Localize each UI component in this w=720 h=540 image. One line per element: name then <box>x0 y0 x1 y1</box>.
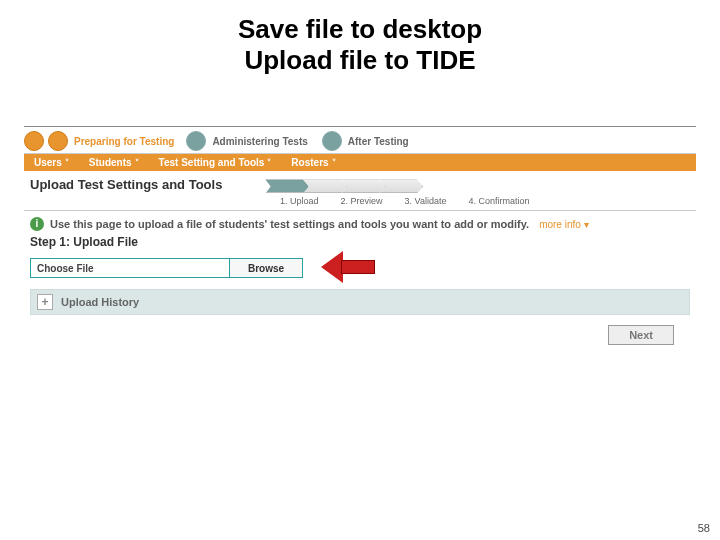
step-chevron-2 <box>303 179 347 193</box>
browse-button[interactable]: Browse <box>230 258 303 278</box>
file-chooser-row: Choose File Browse <box>30 253 690 283</box>
arrow-left-icon <box>321 251 343 283</box>
divider <box>24 210 696 211</box>
choose-file-label: Choose File <box>37 263 94 274</box>
info-banner: i Use this page to upload a file of stud… <box>30 217 696 231</box>
wizard-stepper <box>265 179 417 193</box>
red-arrow-callout <box>321 253 381 283</box>
step-4-label: 4. Confirmation <box>468 196 529 206</box>
cart-icon <box>24 131 44 151</box>
page-heading: Upload Test Settings and Tools <box>30 177 222 192</box>
triangle-down-icon: ▾ <box>584 219 589 230</box>
step-1-label: 1. Upload <box>280 196 319 206</box>
choose-file-input[interactable]: Choose File <box>30 258 230 278</box>
step-chevron-3 <box>341 179 385 193</box>
menu-users[interactable]: Users ˅ <box>34 157 69 168</box>
arrow-body <box>341 260 375 274</box>
app-screenshot: Preparing for Testing Administering Test… <box>24 126 696 315</box>
upload-history-panel[interactable]: + Upload History <box>30 289 690 315</box>
workflow-stages: Preparing for Testing Administering Test… <box>24 127 696 154</box>
plus-icon[interactable]: + <box>37 294 53 310</box>
info-icon: i <box>30 217 44 231</box>
menu-test-settings[interactable]: Test Setting and Tools ˅ <box>159 157 272 168</box>
next-button[interactable]: Next <box>608 325 674 345</box>
slide-title-line1: Save file to desktop <box>0 14 720 45</box>
step1-heading: Step 1: Upload File <box>30 235 696 249</box>
chevron-down-icon: ˅ <box>135 158 139 167</box>
clipboard-icon <box>186 131 206 151</box>
slide-title-line2: Upload file to TIDE <box>0 45 720 76</box>
next-label: Next <box>629 329 653 341</box>
slide-title: Save file to desktop Upload file to TIDE <box>0 14 720 76</box>
upload-history-label: Upload History <box>61 296 139 308</box>
slide-page-number: 58 <box>698 522 710 534</box>
info-text: Use this page to upload a file of studen… <box>50 218 529 230</box>
step-labels: 1. Upload 2. Preview 3. Validate 4. Conf… <box>280 196 696 206</box>
menu-rosters[interactable]: Rosters ˅ <box>291 157 335 168</box>
user-icon <box>48 131 68 151</box>
orange-subnav: Users ˅ Students ˅ Test Setting and Tool… <box>24 154 696 171</box>
menu-students[interactable]: Students ˅ <box>89 157 139 168</box>
step-3-label: 3. Validate <box>405 196 447 206</box>
stage-after[interactable]: After Testing <box>348 136 409 147</box>
step-2-label: 2. Preview <box>341 196 383 206</box>
step-chevron-4 <box>379 179 423 193</box>
more-info-link[interactable]: more info ▾ <box>539 219 588 230</box>
report-icon <box>322 131 342 151</box>
browse-label: Browse <box>248 263 284 274</box>
chevron-down-icon: ˅ <box>267 158 271 167</box>
stage-administering[interactable]: Administering Tests <box>212 136 307 147</box>
chevron-down-icon: ˅ <box>332 158 336 167</box>
chevron-down-icon: ˅ <box>65 158 69 167</box>
step-chevron-1 <box>265 179 309 193</box>
stage-preparing[interactable]: Preparing for Testing <box>74 136 174 147</box>
